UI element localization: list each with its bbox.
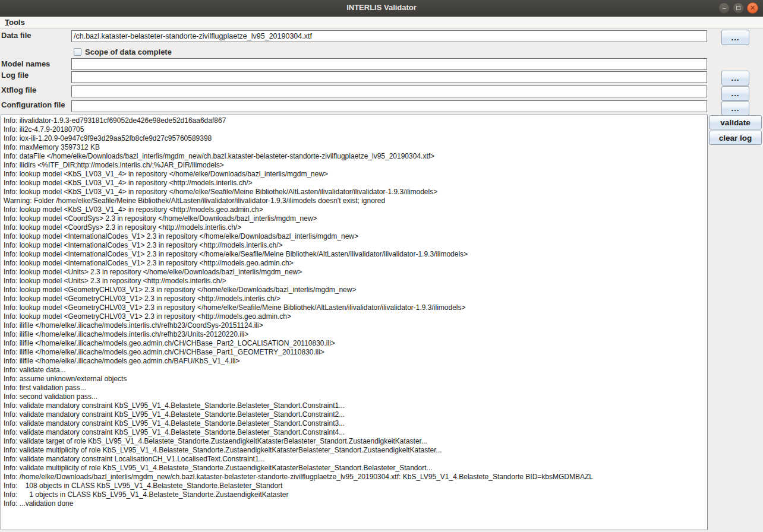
title-bar: INTERLIS Validator – ✕ [0, 0, 763, 17]
data-file-browse-button[interactable]: ... [721, 30, 749, 45]
log-line: Info: 108 objects in CLASS KbS_LV95_V1_4… [4, 482, 707, 490]
log-line: Info: validate mandatory constraint KbS_… [4, 410, 707, 419]
maximize-glyph [736, 6, 740, 10]
close-icon[interactable]: ✕ [747, 2, 758, 14]
log-line: Info: validate mandatory constraint KbS_… [4, 428, 707, 437]
log-line: Info: lookup model <Units> 2.3 in reposi… [4, 277, 707, 286]
data-file-label: Data file [1, 31, 31, 40]
log-line: Info: lookup model <GeometryCHLV03_V1> 2… [4, 312, 707, 321]
menu-bar: Tools [0, 17, 763, 28]
log-file-browse-button[interactable]: ... [721, 71, 749, 86]
log-panel[interactable]: Info: ilivalidator-1.9.3-ed793181cf69052… [1, 115, 708, 530]
log-line: Info: lookup model <CoordSys> 2.3 in rep… [4, 223, 707, 232]
log-line: Info: lookup model <KbS_LV03_V1_4> in re… [4, 170, 707, 179]
configuration-file-browse-button[interactable]: ... [721, 101, 749, 116]
log-line: Info: 1 objects in CLASS KbS_LV95_V1_4.B… [4, 490, 707, 499]
log-line: Info: /home/elke/Downloads/bazl_interlis… [4, 473, 707, 482]
log-line: Info: ilifile </home/elke/.ilicache/mode… [4, 339, 707, 348]
log-line: Info: first validation pass... [4, 384, 707, 392]
scope-checkbox[interactable] [74, 48, 81, 56]
log-line: Info: lookup model <GeometryCHLV03_V1> 2… [4, 286, 707, 294]
log-line: Info: ilivalidator-1.9.3-ed793181cf69052… [4, 116, 707, 125]
log-line: Info: validate target of role KbS_LV95_V… [4, 437, 707, 446]
menu-tools[interactable]: Tools [0, 17, 30, 27]
log-line: Info: validate mandatory constraint Loca… [4, 455, 707, 464]
log-line: Info: ilifile </home/elke/.ilicache/mode… [4, 357, 707, 366]
log-line: Info: validate multiplicity of role KbS_… [4, 464, 707, 473]
model-names-input[interactable] [71, 58, 707, 70]
scope-checkbox-label: Scope of data complete [85, 48, 172, 56]
log-line: Info: ilidirs <%ITF_DIR;http://models.in… [4, 161, 707, 170]
log-file-input[interactable] [71, 71, 707, 83]
log-line: Info: lookup model <InternationalCodes_V… [4, 241, 707, 250]
log-line: Info: lookup model <InternationalCodes_V… [4, 250, 707, 259]
window-controls: – ✕ [718, 2, 758, 14]
window-title: INTERLIS Validator [0, 3, 763, 12]
log-line: Info: lookup model <CoordSys> 2.3 in rep… [4, 214, 707, 223]
log-output: Info: ilivalidator-1.9.3-ed793181cf69052… [1, 115, 707, 508]
log-line: Info: validate mandatory constraint KbS_… [4, 401, 707, 410]
log-line: Info: validate mandatory constraint KbS_… [4, 419, 707, 428]
interlis-validator-window: { "window": { "title": "INTERLIS Validat… [0, 0, 763, 532]
log-line: Info: lookup model <KbS_LV03_V1_4> in re… [4, 188, 707, 197]
log-line: Info: ...validation done [4, 499, 707, 508]
log-line: Info: maxMemory 3597312 KB [4, 143, 707, 152]
log-line: Info: lookup model <KbS_LV03_V1_4> in re… [4, 179, 707, 188]
log-line: Warning: Folder /home/elke/Seafile/Meine… [4, 197, 707, 205]
log-line: Info: second validation pass... [4, 392, 707, 401]
log-line: Info: lookup model <Units> 2.3 in reposi… [4, 268, 707, 277]
log-line: Info: lookup model <InternationalCodes_V… [4, 232, 707, 241]
log-line: Info: iox-ili-1.20.9-0e947c9f9e3d29aa52f… [4, 134, 707, 143]
log-line: Info: lookup model <GeometryCHLV03_V1> 2… [4, 303, 707, 312]
model-names-label: Model names [1, 59, 50, 68]
log-line: Info: lookup model <KbS_LV03_V1_4> in re… [4, 205, 707, 214]
xtflog-file-browse-button[interactable]: ... [721, 86, 749, 101]
log-line: Info: validate multiplicity of role KbS_… [4, 446, 707, 455]
log-line: Info: lookup model <GeometryCHLV03_V1> 2… [4, 294, 707, 303]
log-file-label: Log file [1, 71, 29, 80]
configuration-file-label: Configuration file [1, 100, 65, 109]
clear-log-button[interactable]: clear log [709, 131, 762, 145]
log-line: Info: dataFile </home/elke/Downloads/baz… [4, 152, 707, 161]
log-line: Info: ilifile </home/elke/.ilicache/mode… [4, 348, 707, 357]
data-file-input[interactable] [71, 30, 707, 42]
validate-button[interactable]: validate [709, 115, 762, 129]
minimize-icon[interactable]: – [718, 2, 730, 14]
xtflog-file-label: Xtflog file [1, 86, 36, 94]
maximize-icon[interactable] [733, 2, 744, 14]
configuration-file-input[interactable] [71, 100, 707, 112]
log-line: Info: ilifile </home/elke/.ilicache/mode… [4, 321, 707, 330]
log-line: Info: lookup model <InternationalCodes_V… [4, 259, 707, 268]
log-line: Info: ili2c-4.7.9-20180705 [4, 125, 707, 134]
xtflog-file-input[interactable] [71, 86, 707, 97]
log-line: Info: assume unknown/external objects [4, 375, 707, 384]
log-line: Info: ilifile </home/elke/.ilicache/mode… [4, 330, 707, 339]
log-line: Info: validate data... [4, 366, 707, 375]
